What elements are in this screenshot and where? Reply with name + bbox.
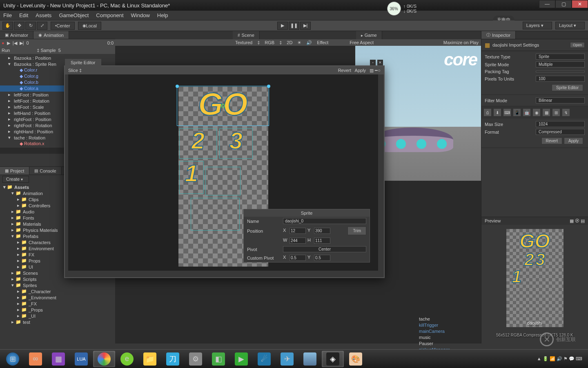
close-button[interactable]: ✕ [572, 0, 588, 8]
cpivot-y-input[interactable] [314, 255, 330, 261]
open-button[interactable]: Open [570, 42, 585, 48]
shading-mode[interactable]: Textured [235, 40, 252, 45]
sprite-w-input[interactable] [290, 238, 306, 244]
minimize-button[interactable]: — [539, 0, 555, 8]
hand-tool[interactable]: ✋ [2, 22, 13, 30]
anim-play-button[interactable]: ▶ [7, 40, 10, 46]
start-button[interactable]: ⊞ [2, 351, 24, 367]
menu-gameobject[interactable]: GameObject [59, 12, 89, 18]
window-controls: — ▢ ✕ [539, 0, 588, 8]
cpivot-x-input[interactable] [290, 255, 306, 261]
sprite-slice-3[interactable]: 3 [219, 128, 253, 159]
sprite-h-input[interactable] [314, 238, 330, 244]
menu-file[interactable]: File [3, 12, 12, 18]
sprite-editor-tab[interactable]: Sprite Editor [65, 59, 101, 66]
score-label: core [444, 50, 477, 70]
asset-name: daojishi Import Settings [492, 43, 539, 47]
tab-console[interactable]: ▤Console [29, 167, 61, 175]
maximize-toggle[interactable]: Maximize on Play [443, 40, 479, 45]
packing-tag-input[interactable] [536, 71, 585, 72]
inspector-apply-button[interactable]: Apply [564, 137, 583, 144]
se-apply-button[interactable]: Apply [355, 68, 366, 73]
ppu-input[interactable]: 100 [536, 76, 585, 82]
sprite-slice-2[interactable]: 2 [179, 128, 217, 159]
se-close-icon[interactable]: ✕ [377, 60, 383, 65]
unity-taskbar-icon[interactable]: ◈ [322, 351, 344, 367]
texture-icon: ▦ [485, 42, 490, 48]
preview-tools[interactable]: ▦ ⦿ ▤ [570, 218, 585, 224]
pivot-dropdown[interactable]: Center [283, 246, 366, 252]
sprite-editor-window: Sprite Editor ▫✕ Slice ‡ Revert Apply ▥ … [64, 65, 385, 278]
se-color-icon[interactable]: ▥ [370, 68, 374, 73]
sprite-mode-dropdown[interactable]: Multiple [536, 61, 585, 67]
format-dropdown[interactable]: Compressed [536, 129, 585, 135]
scale-tool[interactable]: ⤢ [37, 22, 47, 30]
system-tray[interactable]: ▲ 🔋 📶 🔊 ⚑ 💬 ⌨ [533, 356, 586, 361]
pause-button[interactable]: ❚❚ [289, 22, 299, 30]
se-dock-icon[interactable]: ▫ [370, 60, 376, 65]
sprite-details-panel: Sprite Name Position XY Trim WH PivotCen… [243, 209, 370, 263]
network-widget: 36% ↑ 0K/S ↓ 0K/S [387, 2, 416, 16]
menu-component[interactable]: Component [96, 12, 123, 18]
play-button[interactable]: ▶ [277, 22, 288, 30]
window-titlebar: Unity - Level.unity - New Unity Project1… [0, 0, 588, 11]
tab-animator[interactable]: ▣Animator [0, 31, 33, 39]
texture-type-dropdown[interactable]: Sprite [536, 54, 585, 60]
filter-dropdown[interactable]: Bilinear [536, 97, 585, 103]
tab-scene[interactable]: #Scene [233, 31, 260, 39]
rotate-tool[interactable]: ↻ [25, 22, 36, 30]
project-folder[interactable]: ▸ 📁 test [0, 319, 115, 325]
project-folder[interactable]: ▸ 📁 _Props [0, 307, 115, 313]
maximize-button[interactable]: ▢ [555, 0, 572, 8]
project-folder[interactable]: ▸ 📁 _Environment [0, 294, 115, 301]
sprite-slice-empty1[interactable] [205, 167, 241, 195]
layout-dropdown[interactable]: Layout ▾ [555, 22, 585, 29]
maxsize-dropdown[interactable]: 1024 [536, 121, 585, 127]
game-aspect[interactable]: Free Aspect [350, 40, 374, 45]
step-button[interactable]: ▶| [300, 22, 311, 30]
platform-tabs[interactable]: ⎙⬇⌨📱🤖◉▦⊞↯ [481, 106, 588, 119]
menu-edit[interactable]: Edit [19, 12, 28, 18]
menu-help[interactable]: Help [157, 12, 168, 18]
pivot-mode[interactable]: ▪ Center [51, 22, 75, 30]
slice-button[interactable]: Slice ‡ [68, 68, 82, 73]
clip-dropdown[interactable]: Run [2, 48, 10, 53]
tab-project[interactable]: ▦Project [0, 167, 29, 175]
inspector-revert-button[interactable]: Revert [541, 137, 562, 144]
tab-game[interactable]: ▸Game [356, 31, 382, 39]
project-folder[interactable]: ▸ 📁 _UI [0, 313, 115, 319]
network-usage-icon: 36% [387, 2, 401, 16]
create-button[interactable]: Create ▾ [2, 176, 29, 183]
project-folder[interactable]: ▸ 📁 _Character [0, 288, 115, 294]
se-revert-button[interactable]: Revert [338, 68, 351, 73]
tab-animation[interactable]: ◉Animation [33, 31, 69, 39]
layers-dropdown[interactable]: Layers ▾ [523, 22, 552, 29]
watermark: ✕创新互联 [529, 331, 586, 348]
windows-taskbar: ⊞ ∞ ▦ LUA e 📁 刀 ⚙ ◧ ▶ ☄ ✈ ◈ 🎨 ▲ 🔋 📶 🔊 ⚑ … [0, 349, 588, 368]
trim-button[interactable]: Trim [347, 227, 366, 235]
sprite-y-input[interactable] [314, 228, 330, 234]
menu-assets[interactable]: Assets [36, 12, 51, 18]
sprite-slice-go[interactable]: GO [177, 86, 269, 126]
sprite-name-input[interactable] [283, 218, 366, 224]
record-button[interactable]: ● [2, 40, 4, 45]
menu-window[interactable]: Window [131, 12, 150, 18]
sprite-x-input[interactable] [290, 228, 306, 234]
inspector-panel: ▦ daojishi Import Settings Open Texture … [481, 39, 588, 217]
sprite-slice-empty2[interactable] [191, 198, 240, 231]
move-tool[interactable]: ✥ [14, 22, 24, 30]
preview-panel: Preview▦ ⦿ ▤ GO 2 3 1 daojishi 56x512 RG… [481, 217, 588, 343]
chrome-taskbar-icon[interactable] [93, 351, 115, 367]
sprite-editor-button[interactable]: Sprite Editor [552, 84, 583, 91]
rotation-mode[interactable]: ◉ Local [78, 22, 101, 30]
main-toolbar: ✋ ✥ ↻ ⤢ ▪ Center ◉ Local ▶ ❚❚ ▶| Layers … [0, 20, 588, 31]
project-folder[interactable]: ▾ 📁 Sprites [0, 282, 115, 288]
sprite-slice-1[interactable]: 1 [179, 161, 204, 194]
window-title: Unity - Level.unity - New Unity Project1… [3, 2, 170, 9]
sprite-editor-canvas[interactable]: GO 2 3 1 Sprite Name Position XY Trim WH [68, 74, 378, 271]
tab-inspector[interactable]: ⓘInspector [481, 31, 516, 39]
project-folder[interactable]: ▸ 📁 _FX [0, 301, 115, 307]
